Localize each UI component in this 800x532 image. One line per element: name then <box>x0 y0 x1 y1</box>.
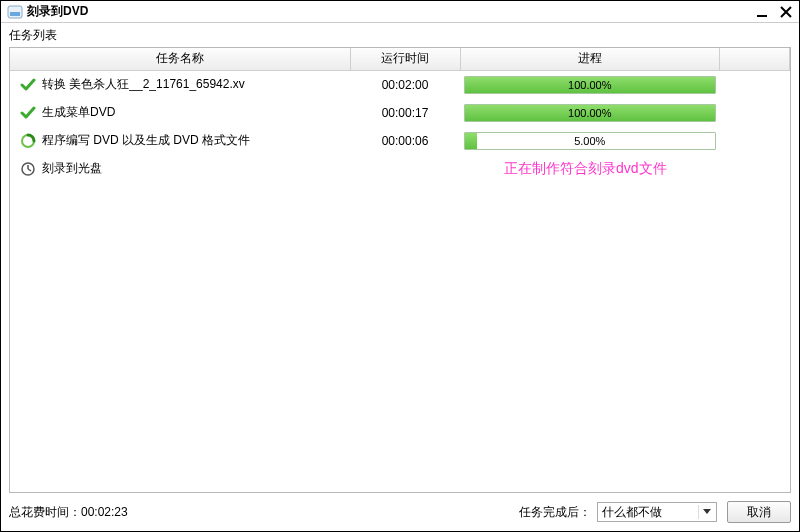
spinner-icon <box>20 133 36 149</box>
task-name: 程序编写 DVD 以及生成 DVD 格式文件 <box>42 132 250 149</box>
task-row[interactable]: 程序编写 DVD 以及生成 DVD 格式文件00:00:065.00% <box>10 127 790 155</box>
close-button[interactable] <box>779 5 793 19</box>
after-complete-select[interactable]: 什么都不做 <box>597 502 717 522</box>
progress-bar: 5.00% <box>464 132 716 150</box>
task-panel: 任务名称 运行时间 进程 转换 美色杀人狂__2_11761_65942.xv0… <box>9 47 791 493</box>
col-header-last[interactable] <box>720 48 790 70</box>
task-runtime: 00:02:00 <box>350 70 460 99</box>
window-title: 刻录到DVD <box>27 3 755 20</box>
svg-marker-11 <box>703 509 711 514</box>
task-row[interactable]: 转换 美色杀人狂__2_11761_65942.xv00:02:00100.00… <box>10 70 790 99</box>
after-complete-label: 任务完成后： <box>519 504 591 521</box>
task-row[interactable]: 生成菜单DVD00:00:17100.00% <box>10 99 790 127</box>
col-header-name[interactable]: 任务名称 <box>10 48 350 70</box>
cancel-button[interactable]: 取消 <box>727 501 791 523</box>
svg-line-10 <box>28 169 31 171</box>
task-list-label: 任务列表 <box>1 23 799 48</box>
task-runtime: 00:00:06 <box>350 127 460 155</box>
col-header-runtime[interactable]: 运行时间 <box>350 48 460 70</box>
total-time-value: 00:02:23 <box>81 505 128 519</box>
task-name: 刻录到光盘 <box>42 160 102 177</box>
status-message: 正在制作符合刻录dvd文件 <box>464 160 716 178</box>
clock-icon <box>20 161 36 177</box>
after-complete-value: 什么都不做 <box>602 504 662 521</box>
task-name: 转换 美色杀人狂__2_11761_65942.xv <box>42 76 245 93</box>
footer-bar: 总花费时间： 00:02:23 任务完成后： 什么都不做 取消 <box>9 499 791 525</box>
check-icon <box>20 77 36 93</box>
task-runtime <box>350 155 460 183</box>
minimize-button[interactable] <box>755 5 769 19</box>
progress-label: 100.00% <box>465 105 715 121</box>
chevron-down-icon <box>698 505 714 519</box>
task-runtime: 00:00:17 <box>350 99 460 127</box>
col-header-progress[interactable]: 进程 <box>460 48 720 70</box>
task-table: 任务名称 运行时间 进程 转换 美色杀人狂__2_11761_65942.xv0… <box>10 48 790 183</box>
progress-bar: 100.00% <box>464 104 716 122</box>
total-time-label: 总花费时间： <box>9 504 81 521</box>
progress-bar: 100.00% <box>464 76 716 94</box>
progress-label: 5.00% <box>465 133 715 149</box>
task-name: 生成菜单DVD <box>42 104 115 121</box>
titlebar: 刻录到DVD <box>1 1 799 23</box>
task-row[interactable]: 刻录到光盘正在制作符合刻录dvd文件 <box>10 155 790 183</box>
svg-rect-1 <box>10 12 20 16</box>
app-icon <box>7 5 23 19</box>
progress-label: 100.00% <box>465 77 715 93</box>
check-icon <box>20 105 36 121</box>
